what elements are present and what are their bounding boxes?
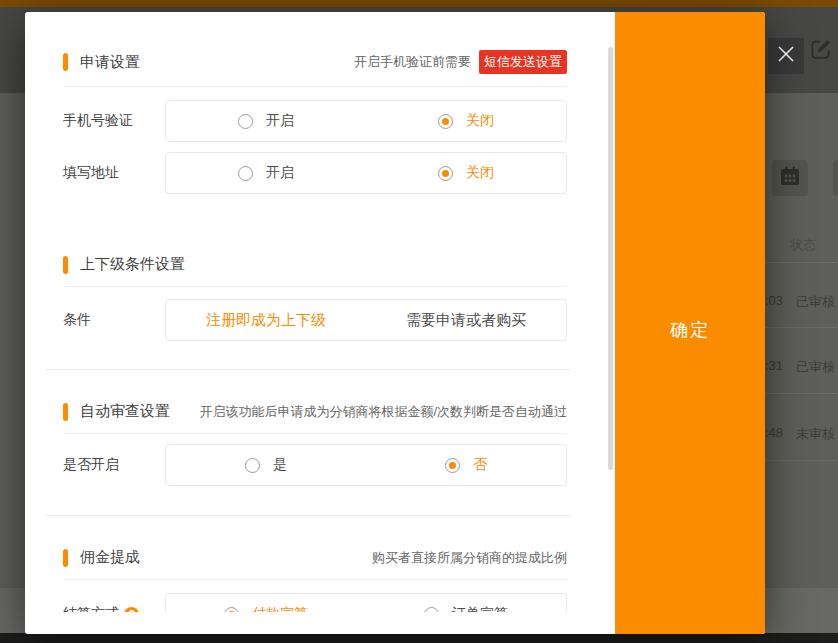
section-auto-review: 自动审查设置 开启该功能后申请成为分销商将根据金额/次数判断是否自动通过 <box>63 402 567 421</box>
close-icon <box>775 43 797 69</box>
note-text: 开启手机验证前需要 <box>354 53 471 71</box>
section-marker <box>63 53 68 71</box>
table-row: :03 已审核 <box>765 293 838 311</box>
radio-on-icon[interactable] <box>224 607 239 613</box>
radio-off-icon[interactable] <box>238 166 253 181</box>
table-divider <box>765 460 838 461</box>
options-box: 注册即成为上下级 需要申请或者购买 <box>165 299 567 341</box>
divider <box>63 286 567 287</box>
option-label: 是 <box>273 456 287 474</box>
row-time: :48 <box>765 425 785 443</box>
radio-on-icon[interactable] <box>438 166 453 181</box>
row-time: :03 <box>765 293 785 311</box>
modal-content: 申请设置 开启手机验证前需要 短信发送设置 手机号验证 开启 关闭 填写地址 <box>25 12 615 612</box>
option-register-becomes[interactable]: 注册即成为上下级 <box>166 311 366 330</box>
row-address: 填写地址 开启 关闭 <box>63 152 567 194</box>
table-row: :31 已审核 <box>765 358 838 376</box>
note-text: 开启该功能后申请成为分销商将根据金额/次数判断是否自动通过 <box>199 403 567 421</box>
option-phone-verify-on[interactable]: 开启 <box>166 112 366 130</box>
row-label: 手机号验证 <box>63 112 165 130</box>
note-text: 购买者直接所属分销商的提成比例 <box>372 549 567 567</box>
section-commission: 佣金提成 购买者直接所属分销商的提成比例 <box>63 548 567 567</box>
section-title: 自动审查设置 <box>80 402 170 421</box>
option-auto-yes[interactable]: 是 <box>166 456 366 474</box>
radio-off-icon[interactable] <box>424 607 439 613</box>
section-marker <box>63 403 68 421</box>
section-title: 申请设置 <box>80 53 140 72</box>
option-label: 付款完算 <box>252 605 308 612</box>
radio-on-icon[interactable] <box>445 458 460 473</box>
section-note: 购买者直接所属分销商的提成比例 <box>372 549 567 567</box>
sms-settings-link[interactable]: 短信发送设置 <box>479 50 567 74</box>
section-note: 开启手机验证前需要 短信发送设置 <box>354 50 567 74</box>
option-phone-verify-off[interactable]: 关闭 <box>366 112 566 130</box>
section-note: 开启该功能后申请成为分销商将根据金额/次数判断是否自动通过 <box>199 403 567 421</box>
row-auto-enable: 是否开启 是 否 <box>63 444 567 486</box>
row-label: 条件 <box>63 311 165 329</box>
background-bottom-band <box>0 633 838 643</box>
row-condition: 条件 注册即成为上下级 需要申请或者购买 <box>63 299 567 341</box>
option-label: 否 <box>473 456 487 474</box>
radio-on-icon[interactable] <box>438 114 453 129</box>
option-label: 开启 <box>266 164 294 182</box>
option-settle-on-order[interactable]: 订单完算 <box>366 605 566 612</box>
divider <box>63 433 567 434</box>
option-label: 开启 <box>266 112 294 130</box>
section-marker <box>63 549 68 567</box>
option-auto-no[interactable]: 否 <box>366 456 566 474</box>
edit-button[interactable] <box>807 37 835 65</box>
options-box: 开启 关闭 <box>165 152 567 194</box>
row-status: 已审核 <box>796 293 835 311</box>
section-title: 佣金提成 <box>80 548 140 567</box>
confirm-button[interactable]: 确定 <box>615 318 765 342</box>
calendar-button[interactable] <box>772 160 808 196</box>
table-status-header: 状态 <box>790 236 816 254</box>
options-box: 付款完算 订单完算 <box>165 593 567 612</box>
background-topbar <box>0 0 838 7</box>
row-time: :31 <box>765 358 785 376</box>
section-divider <box>45 515 570 516</box>
section-application-settings: 申请设置 开启手机验证前需要 短信发送设置 <box>63 50 567 74</box>
settings-modal: 申请设置 开启手机验证前需要 短信发送设置 手机号验证 开启 关闭 填写地址 <box>25 12 765 634</box>
row-label: 是否开启 <box>63 456 165 474</box>
radio-off-icon[interactable] <box>245 458 260 473</box>
row-status: 未审核 <box>796 425 835 443</box>
option-address-on[interactable]: 开启 <box>166 164 366 182</box>
row-settlement: 结算方式 ? 付款完算 订单完算 <box>63 593 567 612</box>
table-divider <box>765 327 838 328</box>
row-label: 结算方式 ? <box>63 605 165 612</box>
confirm-band: 确定 <box>615 12 765 634</box>
option-apply-or-buy[interactable]: 需要申请或者购买 <box>366 311 566 330</box>
options-box: 开启 关闭 <box>165 100 567 142</box>
background-button-sliver <box>833 160 838 196</box>
option-label: 关闭 <box>466 164 494 182</box>
section-divider <box>45 369 570 370</box>
option-address-off[interactable]: 关闭 <box>366 164 566 182</box>
section-title: 上下级条件设置 <box>80 255 185 274</box>
section-hierarchy-condition: 上下级条件设置 <box>63 255 567 274</box>
option-label: 关闭 <box>466 112 494 130</box>
row-phone-verify: 手机号验证 开启 关闭 <box>63 100 567 142</box>
radio-off-icon[interactable] <box>238 114 253 129</box>
table-row: :48 未审核 <box>765 425 838 443</box>
label-text: 结算方式 <box>63 605 119 612</box>
divider <box>63 86 567 87</box>
options-box: 是 否 <box>165 444 567 486</box>
modal-close-button[interactable] <box>768 38 804 74</box>
table-divider <box>765 262 838 263</box>
row-label: 填写地址 <box>63 164 165 182</box>
option-label: 订单完算 <box>452 605 508 612</box>
table-divider <box>765 393 838 394</box>
row-status: 已审核 <box>796 358 835 376</box>
calendar-icon <box>778 164 802 192</box>
option-settle-on-payment[interactable]: 付款完算 <box>166 605 366 612</box>
edit-icon <box>808 36 834 66</box>
divider <box>63 579 567 580</box>
help-icon[interactable]: ? <box>124 607 139 613</box>
modal-scrollbar[interactable] <box>608 47 613 470</box>
section-marker <box>63 256 68 274</box>
